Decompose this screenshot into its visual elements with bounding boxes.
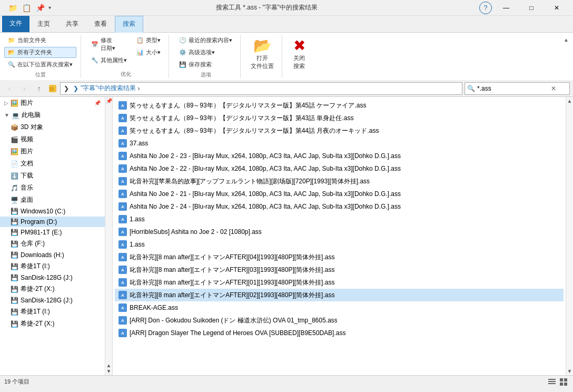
sidebar-item-pm981-e[interactable]: 💾 PM981-1T (E:) [0,227,105,238]
sidebar-item-xijie1t-i2[interactable]: 💾 希捷1T (I:) [0,306,105,318]
folder-icon[interactable]: 📁 [6,2,19,14]
sidebar-pin-toggle[interactable]: 📌 [106,98,112,104]
save-search-button[interactable]: 💾 保存搜索 [175,59,236,70]
back-button[interactable]: ‹ [3,82,16,95]
close-button[interactable]: ✕ [545,0,569,16]
tab-view[interactable]: 查看 [86,16,115,32]
sidebar-item-cang-f[interactable]: 💾 仓库 (F:) [0,238,105,250]
tab-search[interactable]: 搜索 [115,16,143,33]
other-props-button[interactable]: 🔧 其他属性▾ [87,55,131,66]
file-name: [ARR] Don - Gokudou Suikoden (ドン 極道水滸伝) … [130,316,338,325]
size-icon: 📊 [136,49,144,56]
file-item[interactable]: A [ARR] Don - Gokudou Suikoden (ドン 極道水滸伝… [115,314,564,327]
sidebar-item-pictures2[interactable]: 🖼️ 图片 [0,145,105,158]
copy-icon[interactable]: 📋 [20,2,33,14]
search-input[interactable] [477,85,551,92]
sidebar-item-video[interactable]: 🎬 视频 [0,133,105,145]
sidebar-item-downloads-h[interactable]: 💾 Downloads (H:) [0,250,105,260]
svg-rect-5 [560,378,563,381]
pin-icon[interactable]: 📌 [94,100,101,106]
file-item[interactable]: A 笑ゥせぇるすまん（89～93年）【デジタルリマスター版】第43話 単身赴任.… [115,112,564,124]
ribbon-group-location: 📁 当前文件夹 📂 所有子文件夹 🔍 在以下位置再次搜索▾ 位置 [4,35,81,78]
sidebar-item-xijie1t-i[interactable]: 💾 希捷1T (I:) [0,260,105,272]
scroll-down-btn[interactable]: ▼ [566,367,573,375]
advanced-button[interactable]: ⚙️ 高级选项▾ [175,47,236,58]
sidebar-item-xijie2t-x2[interactable]: 💾 希捷-2T (X:) [0,318,105,330]
file-item[interactable]: A [ARR] Dragon Slayer The Legend of Hero… [115,327,564,339]
file-item[interactable]: A 37.ass [115,137,564,150]
file-item[interactable]: A 1.ass [115,213,564,226]
file-item[interactable]: A Ashita No Joe 2 - 22 - [Blu-ray Mux, x… [115,162,564,175]
file-item[interactable]: A BREAK-AGE.ass [115,301,564,314]
file-item[interactable]: A 1.ass [115,238,564,251]
options-buttons: 🕐 最近的搜索内容▾ ⚙️ 高级选项▾ 💾 保存搜索 [175,35,236,70]
up-button[interactable]: ↑ [33,82,45,95]
sidebar-label: 希捷1T (I:) [21,262,50,271]
size-button[interactable]: 📊 大小▾ [133,47,164,58]
current-folder-button[interactable]: 📁 当前文件夹 [4,35,76,46]
file-item[interactable]: A 叱音补完][8 man after][エイトマンAFTER][03][199… [115,263,564,276]
large-icons-view-button[interactable] [558,377,569,387]
sidebar-item-sandisk128-j2[interactable]: 💾 SanDisk-128G (J:) [0,295,105,306]
qa-dropdown-arrow[interactable]: ▾ [47,4,52,12]
modify-date-button[interactable]: 📅 修改日期▾ [87,35,131,54]
svg-rect-3 [548,381,556,382]
window-title: 搜索工具 *.ass - "字幕"中的搜索结果 [54,3,479,12]
file-item[interactable]: A [HorribleSubs] Ashita no Joe 2 - 02 [1… [115,226,564,238]
file-item-selected[interactable]: A 叱音补完][8 man after][エイトマンAFTER][02][199… [115,289,564,301]
sidebar-item-sandisk128-j[interactable]: 💾 SanDisk-128G (J:) [0,272,105,283]
location-col: 📁 当前文件夹 📂 所有子文件夹 🔍 在以下位置再次搜索▾ [4,35,76,70]
file-item[interactable]: A 笑ゥせぇるすまん（89～93年）【デジタルリマスター版】第45話 ケーファイ… [115,99,564,112]
file-item[interactable]: A 笑ゥせぇるすまん（89～93年）【デジタルリマスター版】第44話 月夜のオー… [115,124,564,137]
sidebar-item-3d-objects[interactable]: 📦 3D 对象 [0,121,105,133]
tab-file[interactable]: 文件 [2,16,29,32]
search-clear-button[interactable]: ✕ [551,85,556,92]
file-item[interactable]: A 叱音补完][8 man after][エイトマンAFTER][01][199… [115,276,564,289]
minimize-button[interactable]: — [494,0,518,16]
ribbon-expand[interactable]: ▲ [564,35,569,78]
sidebar-item-pictures[interactable]: ▷ 🖼️ 图片 📌 [0,97,105,109]
file-name: 1.ass [130,215,145,223]
type-button[interactable]: 📋 类型▾ [133,35,164,46]
sidebar-scroll-down[interactable]: ▼ [106,368,112,374]
sidebar-item-downloads[interactable]: ⬇️ 下载 [0,170,105,182]
sidebar-item-documents[interactable]: 📄 文档 [0,158,105,170]
file-item[interactable]: A 叱音补完][8 man after][エイトマンAFTER][04][199… [115,251,564,263]
folder-icon: 📁 [8,37,15,44]
details-view-button[interactable] [547,377,557,387]
all-subfolders-button[interactable]: 📂 所有子文件夹 [4,47,76,58]
open-file-location-button[interactable]: 📂 打开文件位置 [247,35,278,72]
file-item[interactable]: A Ashita No Joe 2 - 23 - [Blu-ray Mux, x… [115,150,564,162]
file-item[interactable]: A Ashita No Joe 2 - 24 - [Blu-ray Mux, x… [115,200,564,213]
tab-share[interactable]: 共享 [58,16,86,32]
tab-home[interactable]: 主页 [29,16,58,32]
main-scrollbar[interactable]: ▲ ▼ [566,97,573,375]
paste-icon[interactable]: 📌 [34,2,46,14]
close-search-button[interactable]: ✖ 关闭搜索 [289,35,310,72]
sidebar-label: 3D 对象 [21,123,43,132]
sidebar-item-xijie2t-x[interactable]: 💾 希捷-2T (X:) [0,283,105,295]
maximize-button[interactable]: □ [519,0,544,16]
search-again-button[interactable]: 🔍 在以下位置再次搜索▾ [4,59,76,70]
scroll-up-btn[interactable]: ▲ [566,97,573,105]
quick-access-toolbar: 📁 📋 📌 ▾ [4,2,54,14]
search-box[interactable]: 🔍 ✕ [465,82,570,95]
file-item[interactable]: A Ashita No Joe 2 - 21 - [Blu-ray Mux, x… [115,188,564,200]
calendar-icon: 📅 [91,41,98,48]
props-icon: 🔧 [91,57,98,64]
file-list: A 笑ゥせぇるすまん（89～93年）【デジタルリマスター版】第45話 ケーファイ… [113,97,566,375]
sidebar-item-desktop[interactable]: 🖥️ 桌面 [0,194,105,206]
sidebar-item-this-pc[interactable]: ▼ 💻 此电脑 [0,109,105,121]
sidebar-scroll-up[interactable]: ▲ [106,362,112,368]
type-icon: 📋 [136,37,144,44]
sidebar-item-music[interactable]: 🎵 音乐 [0,182,105,194]
forward-button[interactable]: › [18,82,31,95]
file-item[interactable]: A 叱音补完][苹果岛的故事][アップフェルラント物語][剧场版][720P][… [115,175,564,188]
recent-search-button[interactable]: 🕐 最近的搜索内容▾ [175,35,236,46]
drive-icon: 💾 [11,240,18,248]
sidebar-item-program-d[interactable]: 💾 Program (D:) [0,217,105,227]
sidebar-item-win10c[interactable]: 💾 Windows10 (C:) [0,206,105,217]
help-button[interactable]: ? [479,2,492,14]
file-area: A 笑ゥせぇるすまん（89～93年）【デジタルリマスター版】第45話 ケーファイ… [113,97,566,375]
address-box[interactable]: ❯ ❯ "字幕"中的搜索结果 › [60,82,462,95]
